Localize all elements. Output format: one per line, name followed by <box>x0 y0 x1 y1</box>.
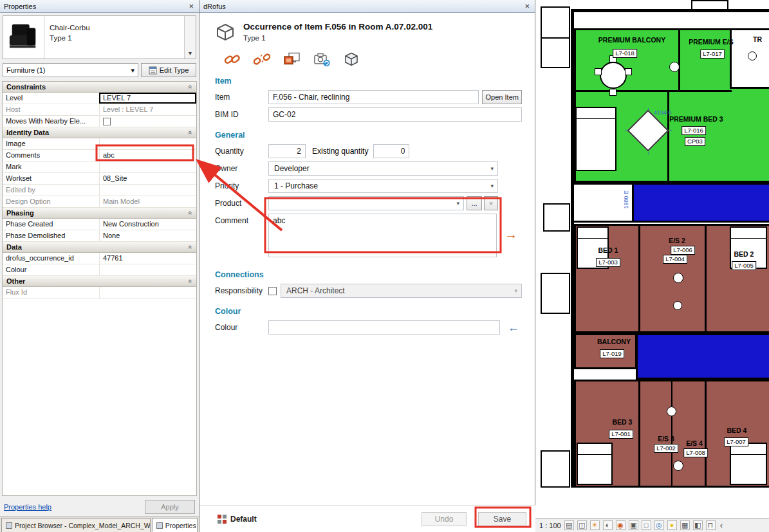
colour-value[interactable] <box>99 264 196 275</box>
room-name[interactable]: E/S 2 <box>669 237 685 244</box>
room-name[interactable]: PREMIUM BED 3 <box>669 115 723 123</box>
unlink-icon[interactable] <box>254 53 270 66</box>
table-furniture <box>600 62 627 89</box>
room-tag[interactable]: L7-007 <box>724 437 748 446</box>
collapse-bar-chevron-icon[interactable]: ‹ <box>720 520 723 530</box>
product-select[interactable]: ▾ <box>268 196 464 210</box>
crop-view-icon[interactable]: ▣ <box>629 520 638 530</box>
tab-project-browser[interactable]: Project Browser - Complex_Model_ARCH_Wi.… <box>1 518 151 532</box>
colour-input[interactable] <box>268 320 500 335</box>
sun-path-icon[interactable]: ☀ <box>590 520 600 530</box>
reveal-hidden-elements-icon[interactable]: ● <box>667 520 677 530</box>
room-name[interactable]: BED 3 <box>613 418 633 426</box>
phase-demolished-value[interactable]: None <box>99 230 196 241</box>
room-tag[interactable]: L7-006 <box>671 246 695 255</box>
apply-button[interactable]: Apply <box>145 500 195 514</box>
close-icon[interactable]: × <box>523 2 531 10</box>
corridor-band-upper[interactable] <box>632 183 769 223</box>
push-to-drofus-arrow-icon[interactable]: → <box>505 228 517 241</box>
collapse-chevron-icon[interactable]: « <box>187 245 194 249</box>
detail-level-icon[interactable]: ▤ <box>564 520 574 530</box>
close-icon[interactable]: × <box>187 2 195 10</box>
type-selector[interactable]: Chair-Corbu Type 1 ▾ <box>3 15 196 59</box>
collapse-chevron-icon[interactable]: « <box>187 279 194 283</box>
worksharing-display-icon[interactable]: ◧ <box>693 520 703 530</box>
responsibility-checkbox[interactable] <box>268 287 277 295</box>
update-image-icon[interactable] <box>313 51 331 67</box>
room-tag[interactable]: L7-016 <box>681 126 706 135</box>
phase-created-value[interactable]: New Construction <box>99 219 196 230</box>
room-name[interactable]: BED 2 <box>734 250 754 258</box>
show-constraints-icon[interactable]: ⊓ <box>706 520 716 530</box>
show-3d-icon[interactable] <box>344 51 359 67</box>
responsibility-select[interactable]: ARCH - Architect ▾ <box>281 284 522 298</box>
open-item-button[interactable]: Open Item <box>482 90 522 104</box>
dimension-label[interactable]: 1980 E <box>623 190 629 209</box>
temporary-view-properties-icon[interactable]: ▦ <box>680 520 690 530</box>
existing-quantity-input[interactable] <box>373 144 409 158</box>
room-name[interactable]: BED 4 <box>727 427 747 434</box>
visual-style-icon[interactable]: ◫ <box>577 520 587 530</box>
quantity-input[interactable] <box>268 144 306 158</box>
room-tag[interactable]: L7-001 <box>609 430 633 439</box>
room-name[interactable]: E/S 3 <box>658 435 674 443</box>
item-input[interactable] <box>268 90 479 104</box>
room-name[interactable]: PREMIUM BALCONY <box>598 36 665 44</box>
section-header-constraints[interactable]: Constraints « <box>3 82 196 93</box>
room-tag[interactable]: L7-002 <box>654 444 678 453</box>
workset-value[interactable]: 08_Site <box>99 173 196 184</box>
show-rendering-dialog-icon[interactable]: ◉ <box>616 520 625 530</box>
link-icon[interactable] <box>224 53 241 66</box>
undo-button[interactable]: Undo <box>422 512 467 526</box>
section-header-phasing[interactable]: Phasing « <box>3 208 196 219</box>
scale-control[interactable]: 1 : 100 <box>539 522 561 529</box>
room-name[interactable]: TR <box>753 35 762 43</box>
drofus-titlebar[interactable]: dRofus × <box>199 0 535 13</box>
room-tag[interactable]: L7-017 <box>700 50 725 59</box>
collapse-chevron-icon[interactable]: « <box>187 211 194 215</box>
room-tag[interactable]: L7-018 <box>613 49 637 58</box>
owner-select[interactable]: Developer ▾ <box>268 161 498 176</box>
section-header-other[interactable]: Other « <box>3 276 196 287</box>
tab-properties[interactable]: Properties <box>152 518 198 532</box>
show-crop-region-icon[interactable]: □ <box>642 520 651 530</box>
mark-value[interactable] <box>99 161 196 172</box>
default-profile[interactable]: Default <box>218 515 257 524</box>
priority-select[interactable]: 1 - Purchase ▾ <box>268 179 498 193</box>
room-tag[interactable]: L7-005 <box>732 261 756 270</box>
properties-titlebar[interactable]: Properties × <box>0 0 199 13</box>
section-header-data[interactable]: Data « <box>3 242 196 253</box>
room-name[interactable]: PREMIUM E/S <box>689 38 733 46</box>
category-filter-combo[interactable]: Furniture (1) ▾ <box>3 63 138 77</box>
product-clear-button[interactable]: × <box>484 196 498 210</box>
room-tag[interactable]: L7-004 <box>663 255 687 264</box>
shadows-icon[interactable]: ◐ <box>603 520 613 530</box>
product-browse-button[interactable]: ... <box>467 196 482 210</box>
properties-help-link[interactable]: Properties help <box>4 503 51 511</box>
image-value[interactable] <box>99 138 196 149</box>
pull-colour-arrow-icon[interactable]: ← <box>508 322 519 333</box>
moves-with-nearby-checkbox[interactable] <box>103 118 111 125</box>
comments-value[interactable]: abc <box>99 150 196 161</box>
room-name[interactable]: BALCONY <box>597 338 631 345</box>
temporary-hide-isolate-icon[interactable]: ◎ <box>654 520 664 530</box>
room-tag[interactable]: L7-008 <box>683 448 708 457</box>
room-name[interactable]: BED 1 <box>598 246 618 254</box>
type-selector-dropdown[interactable]: ▾ <box>184 16 196 59</box>
occurrence-id-value[interactable]: 47761 <box>99 253 196 264</box>
floor-plan-view[interactable]: 4194.0 1980 E PREMIUM BALCONY L7-018 PRE… <box>535 0 769 532</box>
collapse-chevron-icon[interactable]: « <box>187 85 194 89</box>
room-tag[interactable]: L7-003 <box>596 258 620 267</box>
show-in-model-icon[interactable] <box>283 51 301 67</box>
room-tag[interactable]: L7-019 <box>600 349 624 358</box>
room-tag[interactable]: CP03 <box>685 137 705 146</box>
comment-textarea[interactable]: abc <box>268 214 497 257</box>
level-value[interactable]: LEVEL 7 <box>99 93 196 104</box>
collapse-chevron-icon[interactable]: « <box>187 131 194 134</box>
bim-id-input[interactable] <box>268 107 522 122</box>
corridor-band-lower[interactable] <box>636 333 769 380</box>
section-header-identity[interactable]: Identity Data « <box>3 127 196 138</box>
room-name[interactable]: E/S 4 <box>686 439 703 447</box>
edit-type-button[interactable]: Edit Type <box>141 63 196 77</box>
save-button[interactable]: Save <box>478 512 526 526</box>
